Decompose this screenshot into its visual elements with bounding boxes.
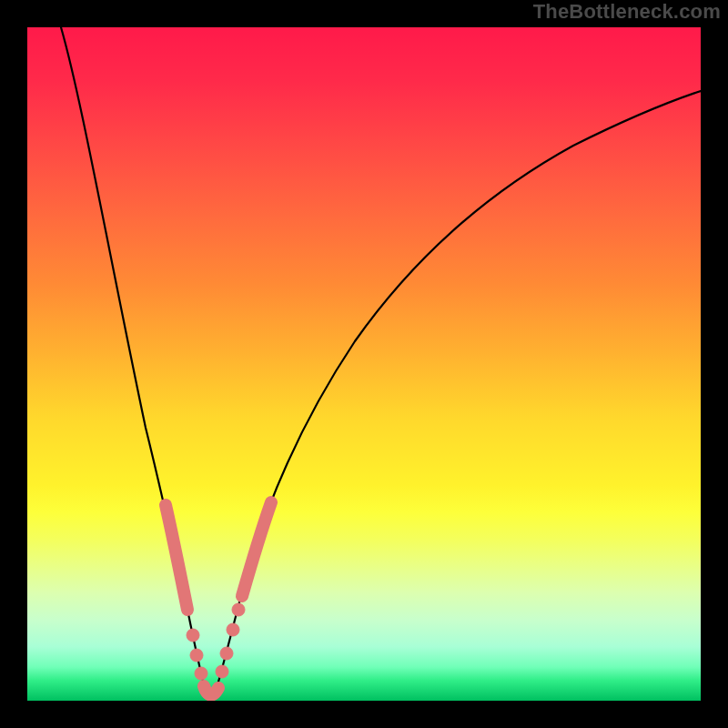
marker-dot xyxy=(220,647,233,660)
curve-layer xyxy=(27,27,701,701)
marker-dot xyxy=(195,667,207,680)
bottleneck-curve xyxy=(61,27,701,697)
chart-frame: TheBottleneck.com xyxy=(0,0,728,728)
marker-group xyxy=(166,502,271,695)
marker-segment-right xyxy=(242,502,271,596)
marker-segment-left xyxy=(166,505,187,610)
watermark-text: TheBottleneck.com xyxy=(533,2,721,22)
marker-dot xyxy=(187,629,199,642)
plot-area xyxy=(27,27,701,701)
marker-dot xyxy=(227,623,239,636)
marker-dot xyxy=(232,603,245,616)
marker-dot xyxy=(190,649,203,662)
marker-segment-bottom xyxy=(204,686,218,695)
marker-dot xyxy=(216,665,228,678)
